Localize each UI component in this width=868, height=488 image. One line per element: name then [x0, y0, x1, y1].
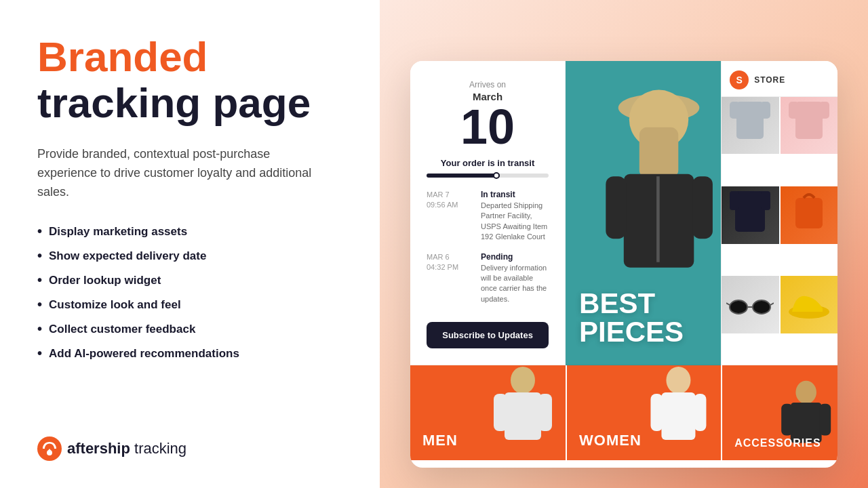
event-row: MAR 709:56 AM In transit Departed Shippi…: [427, 190, 549, 243]
svg-rect-36: [781, 403, 793, 435]
headline-sub: tracking page: [37, 80, 342, 126]
event-status: Pending: [481, 252, 549, 262]
event-status: In transit: [481, 190, 549, 199]
tracking-events: MAR 709:56 AM In transit Departed Shippi…: [427, 190, 549, 312]
arrives-label: Arrives on: [469, 80, 506, 89]
svg-point-20: [730, 300, 747, 314]
category-label-women: WOMEN: [579, 432, 642, 449]
category-banner-accessories: ACCESSORIES: [721, 365, 837, 460]
event-desc: Departed Shipping Partner Facility, USPS…: [481, 201, 549, 243]
svg-rect-15: [819, 102, 829, 119]
svg-rect-18: [761, 191, 770, 210]
svg-rect-31: [662, 392, 696, 440]
product-thumb-3: [722, 186, 778, 243]
hero-title-line2: PIECES: [579, 318, 684, 346]
product-thumb-6: [781, 276, 837, 333]
tracking-panel: Arrives on March 10 Your order is in tra…: [410, 61, 566, 365]
product-grid: [722, 97, 837, 365]
headline: Branded tracking page: [37, 34, 342, 126]
description: Provide branded, contextual post-purchas…: [37, 145, 329, 202]
logo-text: aftership tracking: [67, 440, 186, 458]
right-panel: Arrives on March 10 Your order is in tra…: [380, 0, 868, 488]
feature-item: Display marketing assets: [37, 224, 342, 239]
product-thumb-5: [722, 276, 778, 333]
event-date: MAR 604:32 PM: [427, 252, 475, 273]
svg-point-21: [753, 300, 770, 314]
transit-label: Your order is in transit: [441, 158, 534, 168]
left-panel: Branded tracking page Provide branded, c…: [0, 0, 380, 488]
logo-light: tracking: [130, 440, 186, 457]
svg-rect-7: [656, 176, 660, 262]
svg-point-26: [511, 367, 535, 394]
svg-rect-14: [789, 102, 799, 119]
category-label-accessories: ACCESSORIES: [734, 437, 821, 449]
store-badge: S: [730, 70, 749, 89]
svg-rect-8: [606, 176, 626, 239]
product-thumb-1: [722, 97, 778, 154]
category-banner-women: WOMEN: [566, 365, 721, 460]
svg-rect-12: [760, 102, 770, 119]
svg-rect-37: [819, 403, 831, 435]
feature-item: Order lookup widget: [37, 272, 342, 288]
feature-item: Add AI-powered recommendations: [37, 346, 342, 361]
event-date: MAR 709:56 AM: [427, 190, 475, 211]
aftership-logo: aftership tracking: [37, 436, 342, 461]
svg-rect-28: [494, 394, 507, 431]
svg-rect-17: [730, 191, 739, 210]
product-thumb-2: [781, 97, 837, 154]
svg-point-34: [795, 380, 816, 403]
svg-rect-19: [795, 198, 823, 228]
event-row: MAR 604:32 PM Pending Delivery informati…: [427, 252, 549, 305]
hero-overlay-text: BEST PIECES: [579, 289, 684, 346]
svg-rect-10: [736, 102, 764, 139]
hero-banner: BEST PIECES: [566, 61, 721, 365]
svg-rect-33: [694, 394, 707, 431]
arrives-day: 10: [460, 102, 515, 151]
category-banner-men: MEN: [410, 365, 566, 460]
headline-branded: Branded: [37, 34, 342, 80]
progress-dot: [493, 172, 500, 179]
men-person: [480, 365, 566, 460]
svg-rect-9: [692, 176, 713, 239]
hero-title-line1: BEST: [579, 289, 684, 318]
aftership-logo-icon: [37, 436, 62, 461]
event-desc: Delivery information will be available o…: [481, 263, 549, 305]
svg-point-30: [667, 367, 691, 394]
features-list: Display marketing assetsShow expected de…: [37, 224, 342, 361]
mockup-card: Arrives on March 10 Your order is in tra…: [410, 61, 837, 468]
event-details: Pending Delivery information will be ava…: [481, 252, 549, 305]
svg-rect-16: [735, 191, 765, 232]
product-thumb-4: [781, 186, 837, 243]
store-name: STORE: [754, 75, 785, 85]
progress-fill: [427, 174, 500, 178]
bottom-banners: MEN WOMEN ACCESS: [410, 365, 837, 460]
subscribe-button[interactable]: Subscribe to Updates: [427, 322, 549, 348]
category-label-men: MEN: [422, 432, 458, 449]
store-panel: S STORE: [721, 61, 837, 365]
progress-bar: [427, 174, 549, 178]
svg-rect-13: [795, 102, 823, 139]
svg-rect-32: [651, 394, 663, 431]
women-person: [636, 365, 721, 460]
svg-line-23: [726, 303, 730, 305]
svg-rect-27: [505, 392, 541, 440]
svg-line-24: [770, 303, 774, 305]
feature-item: Show expected delivery date: [37, 248, 342, 264]
svg-rect-5: [639, 127, 679, 178]
event-details: In transit Departed Shipping Partner Fac…: [481, 190, 549, 243]
feature-item: Collect customer feedback: [37, 321, 342, 337]
svg-rect-29: [538, 394, 552, 431]
feature-item: Customize look and feel: [37, 297, 342, 312]
store-header: S STORE: [722, 61, 837, 97]
logo-bold: aftership: [67, 440, 130, 457]
svg-rect-11: [730, 102, 740, 119]
